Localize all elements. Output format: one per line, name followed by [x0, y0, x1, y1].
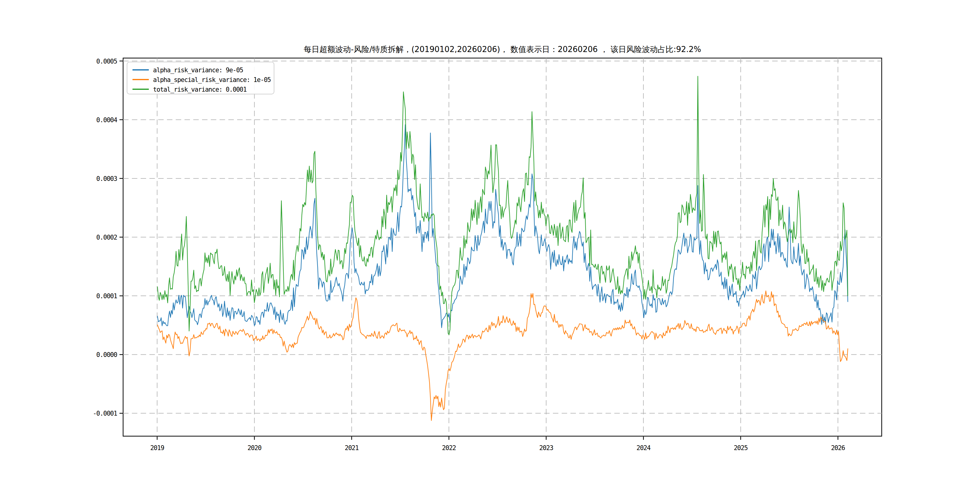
y-tick-label: 0.0004	[96, 116, 117, 124]
y-tick-label: 0.0005	[96, 58, 117, 65]
legend-label-alpha-special-risk: alpha_special_risk_variance: 1e-05	[153, 76, 271, 83]
legend: alpha_risk_variance: 9e-05 alpha_special…	[127, 62, 274, 94]
chart-title: 每日超额波动-风险/特质拆解，(20190102,20260206)， 数值表示…	[304, 45, 701, 54]
y-tick-label: 0.0002	[96, 234, 117, 241]
axis-ticks	[119, 61, 838, 440]
series-line-alpha_special_risk_variance	[158, 291, 848, 421]
x-tick-label: 2020	[247, 444, 261, 452]
y-tick-label: -0.0001	[93, 410, 117, 417]
figure: 每日超额波动-风险/特质拆解，(20190102,20260206)， 数值表示…	[0, 0, 980, 490]
x-tick-label: 2022	[442, 444, 456, 452]
x-tick-label: 2023	[539, 444, 553, 452]
x-tick-label: 2019	[150, 444, 164, 452]
series-lines	[158, 76, 848, 420]
x-tick-label: 2021	[345, 444, 359, 452]
legend-label-alpha-risk: alpha_risk_variance: 9e-05	[153, 67, 243, 74]
y-tick-label: 0.0003	[96, 175, 117, 182]
x-tick-label: 2024	[636, 444, 650, 452]
x-tick-label: 2026	[831, 444, 845, 452]
x-tick-label: 2025	[734, 444, 748, 452]
legend-label-total-risk: total_risk_variance: 0.0001	[153, 86, 247, 93]
y-tick-label: 0.0001	[96, 293, 117, 300]
axis-tick-labels: 0.00050.00040.00030.00020.00010.0000-0.0…	[93, 58, 845, 452]
y-tick-label: 0.0000	[96, 351, 117, 358]
legend-item: alpha_special_risk_variance: 1e-05	[132, 76, 271, 83]
risk-decomposition-chart: 每日超额波动-风险/特质拆解，(20190102,20260206)， 数值表示…	[0, 0, 980, 490]
series-line-alpha_risk_variance	[158, 125, 848, 328]
